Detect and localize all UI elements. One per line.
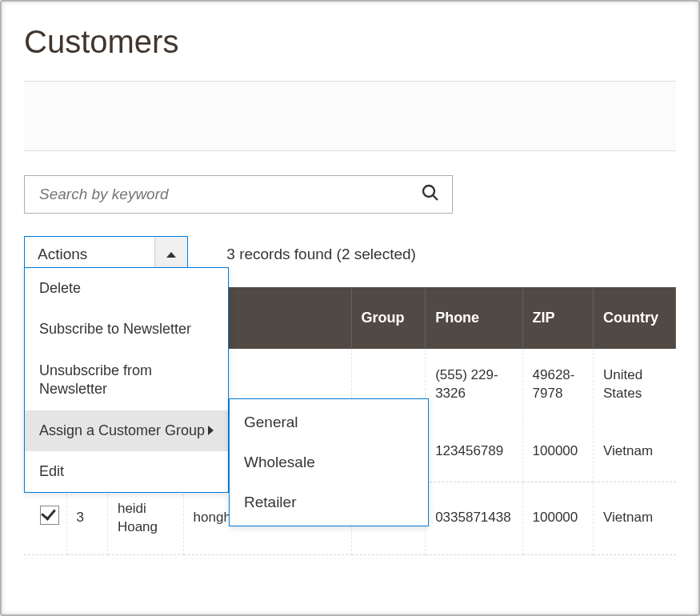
cell-phone: 0335871438: [426, 482, 522, 555]
cell-zip: 49628-7978: [523, 349, 594, 422]
group-option-retailer[interactable]: Retailer: [230, 482, 428, 526]
cell-zip: 100000: [523, 422, 594, 482]
toolbar-band: [24, 81, 676, 151]
cell-phone: (555) 229-3326: [426, 349, 522, 422]
assign-group-submenu: General Wholesale Retailer: [229, 398, 429, 526]
cell-phone: 123456789: [426, 422, 522, 482]
cell-country: Vietnam: [594, 482, 676, 555]
actions-item-unsubscribe[interactable]: Unsubscribe from Newsletter: [25, 350, 228, 410]
caret-right-icon: [208, 426, 214, 435]
search-wrap: [24, 175, 453, 214]
actions-item-edit[interactable]: Edit: [25, 451, 228, 492]
row-checkbox[interactable]: [40, 506, 59, 525]
group-option-wholesale[interactable]: Wholesale: [230, 442, 428, 482]
caret-up-icon: [166, 252, 176, 258]
actions-menu: Delete Subscribe to Newsletter Unsubscri…: [24, 267, 229, 493]
cell-country: United States: [594, 349, 676, 422]
actions-item-assign-group[interactable]: Assign a Customer Group: [25, 410, 228, 451]
cell-zip: 100000: [523, 482, 594, 555]
actions-item-label: Assign a Customer Group: [39, 422, 205, 440]
cell-country: Vietnam: [594, 422, 676, 482]
actions-item-subscribe[interactable]: Subscribe to Newsletter: [25, 309, 228, 350]
search-icon[interactable]: [421, 183, 440, 206]
cell-name: heidi Hoang: [108, 482, 184, 555]
col-group[interactable]: Group: [352, 287, 426, 349]
actions-item-delete[interactable]: Delete: [25, 268, 228, 309]
svg-point-0: [423, 186, 434, 197]
cell-id: 3: [67, 482, 108, 555]
search-input[interactable]: [24, 175, 453, 214]
col-phone[interactable]: Phone: [426, 287, 522, 349]
col-country[interactable]: Country: [594, 287, 676, 349]
group-option-general[interactable]: General: [230, 399, 428, 442]
svg-line-1: [434, 196, 438, 201]
col-zip[interactable]: ZIP: [523, 287, 594, 349]
page-title: Customers: [24, 24, 676, 60]
records-summary: 3 records found (2 selected): [226, 246, 416, 263]
